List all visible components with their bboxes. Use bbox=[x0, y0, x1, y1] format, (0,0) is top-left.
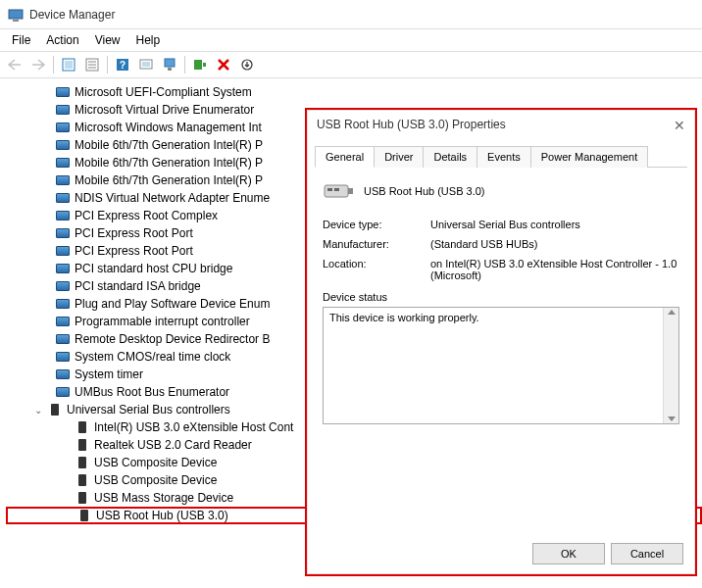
device-icon bbox=[55, 316, 71, 327]
svg-rect-15 bbox=[203, 63, 206, 67]
properties-button[interactable] bbox=[81, 54, 103, 75]
device-icon bbox=[55, 139, 71, 151]
tree-item-label: Mobile 6th/7th Generation Intel(R) P bbox=[75, 156, 263, 170]
tree-item-label: Programmable interrupt controller bbox=[75, 315, 250, 328]
toolbar-separator bbox=[107, 56, 108, 74]
device-button[interactable] bbox=[159, 54, 180, 75]
device-icon bbox=[55, 86, 71, 98]
scrollbar[interactable] bbox=[663, 308, 678, 423]
tree-item-label: UMBus Root Bus Enumerator bbox=[75, 385, 229, 399]
dialog-titlebar[interactable]: USB Root Hub (USB 3.0) Properties ✕ bbox=[307, 110, 695, 139]
device-status-label: Device status bbox=[323, 291, 679, 303]
device-icon bbox=[55, 245, 71, 257]
tab-power-management[interactable]: Power Management bbox=[530, 146, 648, 168]
usb-device-icon bbox=[76, 510, 92, 521]
tree-item-label: PCI Express Root Port bbox=[75, 226, 193, 240]
device-icon bbox=[55, 192, 71, 204]
usb-device-icon bbox=[75, 421, 90, 433]
usb-hub-icon bbox=[323, 179, 354, 203]
device-icon bbox=[55, 104, 71, 116]
svg-rect-3 bbox=[65, 61, 73, 69]
tab-events[interactable]: Events bbox=[476, 146, 531, 168]
tree-item-label: Microsoft UEFI-Compliant System bbox=[75, 85, 252, 99]
tree-item-label: PCI standard ISA bridge bbox=[75, 279, 201, 293]
window-title: Device Manager bbox=[29, 8, 115, 22]
svg-rect-18 bbox=[348, 188, 353, 194]
forward-button[interactable] bbox=[27, 54, 49, 75]
device-icon bbox=[55, 298, 71, 310]
menu-file[interactable]: File bbox=[4, 31, 38, 49]
device-icon bbox=[55, 210, 71, 221]
show-hidden-button[interactable] bbox=[58, 54, 79, 75]
menu-view[interactable]: View bbox=[87, 31, 128, 49]
device-icon bbox=[55, 333, 71, 345]
device-name: USB Root Hub (USB 3.0) bbox=[364, 185, 485, 197]
close-button[interactable]: ✕ bbox=[670, 116, 689, 135]
device-icon bbox=[55, 174, 71, 186]
tree-item-label: Microsoft Virtual Drive Enumerator bbox=[75, 103, 254, 117]
tree-item-label: PCI Express Root Complex bbox=[75, 209, 218, 222]
device-status-text: This device is working properly. bbox=[329, 312, 479, 323]
back-button[interactable] bbox=[4, 54, 25, 75]
menu-action[interactable]: Action bbox=[38, 31, 86, 49]
svg-rect-19 bbox=[327, 188, 332, 191]
manufacturer-label: Manufacturer: bbox=[323, 238, 430, 250]
svg-rect-20 bbox=[334, 188, 339, 191]
app-icon bbox=[8, 7, 24, 23]
dialog-body: USB Root Hub (USB 3.0) Device type: Univ… bbox=[307, 168, 695, 436]
svg-rect-12 bbox=[165, 59, 175, 67]
cancel-button[interactable]: Cancel bbox=[611, 543, 683, 564]
collapse-icon[interactable]: ⌄ bbox=[31, 405, 45, 416]
toolbar-separator bbox=[184, 56, 185, 74]
scan-button[interactable] bbox=[135, 54, 157, 75]
tree-item-label: Mobile 6th/7th Generation Intel(R) P bbox=[75, 138, 263, 152]
device-icon bbox=[55, 368, 71, 380]
tree-item-label: USB Mass Storage Device bbox=[94, 491, 233, 505]
svg-rect-13 bbox=[168, 68, 172, 71]
tree-item-label: USB Root Hub (USB 3.0) bbox=[96, 509, 228, 522]
titlebar: Device Manager bbox=[0, 0, 702, 29]
tree-item[interactable]: Microsoft UEFI-Compliant System bbox=[6, 83, 702, 101]
uninstall-button[interactable] bbox=[213, 54, 234, 75]
tree-item-label: Intel(R) USB 3.0 eXtensible Host Cont bbox=[94, 420, 293, 434]
tree-item-label: PCI Express Root Port bbox=[75, 244, 193, 258]
ok-button[interactable]: OK bbox=[532, 543, 605, 564]
tab-driver[interactable]: Driver bbox=[374, 146, 424, 168]
svg-rect-11 bbox=[142, 62, 150, 67]
device-icon bbox=[55, 227, 71, 239]
update-button[interactable] bbox=[236, 54, 258, 75]
tree-item-label: System timer bbox=[75, 368, 143, 381]
device-icon bbox=[55, 263, 71, 274]
device-icon bbox=[55, 280, 71, 292]
device-type-value: Universal Serial Bus controllers bbox=[430, 219, 679, 230]
tab-details[interactable]: Details bbox=[423, 146, 477, 168]
device-status-box[interactable]: This device is working properly. bbox=[323, 307, 679, 424]
location-label: Location: bbox=[323, 258, 430, 281]
tree-item-label: Plug and Play Software Device Enum bbox=[75, 297, 270, 311]
tree-item-label: NDIS Virtual Network Adapter Enume bbox=[75, 191, 270, 205]
tree-item-label: System CMOS/real time clock bbox=[75, 350, 230, 364]
help-button[interactable]: ? bbox=[112, 54, 133, 75]
svg-text:?: ? bbox=[120, 60, 125, 71]
device-icon bbox=[55, 386, 71, 398]
svg-rect-14 bbox=[194, 60, 202, 70]
tabstrip: General Driver Details Events Power Mana… bbox=[315, 145, 687, 168]
tree-item-label: Microsoft Windows Management Int bbox=[75, 121, 262, 134]
tree-item-label: PCI standard host CPU bridge bbox=[75, 262, 232, 275]
device-icon bbox=[55, 122, 71, 133]
svg-rect-1 bbox=[13, 20, 19, 22]
device-icon bbox=[55, 157, 71, 169]
tree-item-label: USB Composite Device bbox=[94, 456, 217, 469]
menubar: File Action View Help bbox=[0, 29, 702, 51]
usb-device-icon bbox=[75, 492, 90, 504]
tree-item-label: Mobile 6th/7th Generation Intel(R) P bbox=[75, 173, 263, 187]
tree-item-label: Realtek USB 2.0 Card Reader bbox=[94, 438, 252, 452]
usb-controller-icon bbox=[47, 404, 63, 416]
enable-button[interactable] bbox=[189, 54, 211, 75]
tree-category-label: Universal Serial Bus controllers bbox=[67, 403, 230, 416]
usb-device-icon bbox=[75, 439, 90, 451]
tab-general[interactable]: General bbox=[315, 146, 375, 168]
usb-device-icon bbox=[75, 474, 90, 486]
menu-help[interactable]: Help bbox=[128, 31, 169, 49]
device-type-label: Device type: bbox=[323, 219, 430, 230]
